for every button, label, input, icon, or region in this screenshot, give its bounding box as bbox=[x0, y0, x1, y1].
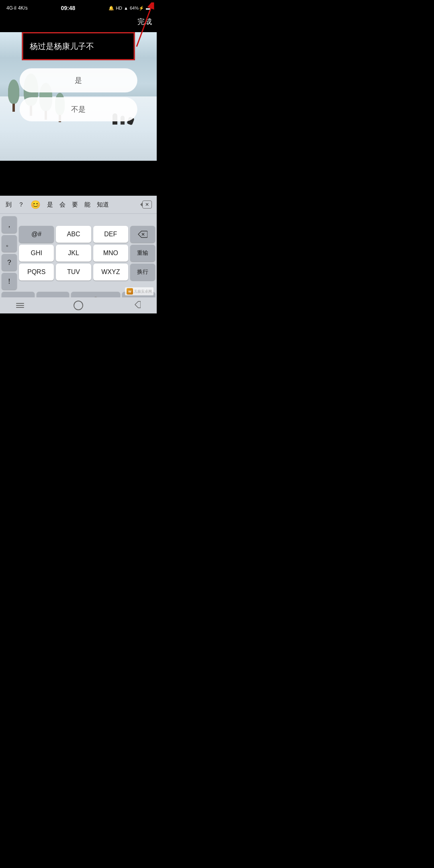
back-icon[interactable] bbox=[133, 301, 141, 310]
quiz-question: 杨过是杨康儿子不 bbox=[23, 33, 134, 59]
suggestion-delete-button[interactable]: ✕ bbox=[141, 200, 153, 209]
suggestion-neng[interactable]: 能 bbox=[83, 200, 92, 209]
keyboard-row-1: ， 。 ？ ！ @# ABC DEF GHI JKL MNO bbox=[2, 216, 155, 290]
status-time: 09:48 bbox=[61, 5, 76, 11]
grid-row-1: @# ABC DEF bbox=[19, 226, 128, 243]
keyboard-area: 到 ？ 😊 是 会 要 能 知道 ✕ ， 。 ？ ！ @# bbox=[0, 196, 157, 313]
logo-icon: W bbox=[127, 288, 133, 295]
key-def[interactable]: DEF bbox=[93, 226, 128, 243]
grid-row-2: GHI JKL MNO bbox=[19, 245, 128, 262]
main-key-grid: @# ABC DEF GHI JKL MNO PQRS TUV WXYZ bbox=[19, 226, 128, 280]
key-pqrs[interactable]: PQRS bbox=[19, 264, 54, 280]
answer-yes[interactable]: 是 bbox=[20, 68, 137, 92]
done-area: 完成 bbox=[0, 14, 157, 32]
key-newline[interactable]: 换行 bbox=[130, 264, 155, 280]
suggestion-question[interactable]: ？ bbox=[16, 200, 26, 209]
menu-icon[interactable] bbox=[16, 303, 24, 308]
suggestion-bar: 到 ？ 😊 是 会 要 能 知道 ✕ bbox=[0, 196, 157, 214]
suggestion-shi[interactable]: 是 bbox=[45, 200, 55, 209]
speed-text: 4K/s bbox=[18, 5, 28, 11]
key-comma[interactable]: ， bbox=[2, 216, 17, 233]
battery-icon: ▬ bbox=[146, 6, 150, 10]
watermark: W 无极安卓网 bbox=[125, 287, 154, 295]
signal-text: 4G·il bbox=[6, 5, 16, 11]
suggestion-emoji[interactable]: 😊 bbox=[29, 199, 42, 210]
grid-row-3: PQRS TUV WXYZ bbox=[19, 264, 128, 280]
quiz-box: 杨过是杨康儿子不 bbox=[22, 32, 135, 60]
suggestion-hui[interactable]: 会 bbox=[58, 200, 67, 209]
key-ghi[interactable]: GHI bbox=[19, 245, 54, 262]
key-question[interactable]: ？ bbox=[2, 254, 17, 271]
key-exclaim[interactable]: ！ bbox=[2, 273, 17, 290]
image-area: 杨过是杨康儿子不 是 不是 bbox=[0, 32, 157, 161]
key-reset[interactable]: 重输 bbox=[130, 245, 155, 262]
hd-label: HD bbox=[116, 6, 122, 10]
punct-column: ， 。 ？ ！ bbox=[2, 216, 17, 290]
key-mno[interactable]: MNO bbox=[93, 245, 128, 262]
status-left: 4G·il 4K/s bbox=[6, 5, 28, 11]
key-period[interactable]: 。 bbox=[2, 235, 17, 252]
snow-tree-1 bbox=[8, 80, 19, 112]
delete-icon: ✕ bbox=[142, 201, 152, 209]
done-button[interactable]: 完成 bbox=[137, 17, 152, 27]
key-jkl[interactable]: JKL bbox=[56, 245, 91, 262]
wifi-icon: ▲ bbox=[124, 6, 128, 10]
answer-buttons: 是 不是 bbox=[20, 68, 137, 121]
status-bar: 4G·il 4K/s 09:48 🔔 HD ▲ 64%⚡ ▬ bbox=[0, 0, 157, 14]
key-abc[interactable]: ABC bbox=[56, 226, 91, 243]
right-key-column: 重输 换行 bbox=[130, 226, 155, 280]
home-icon[interactable] bbox=[74, 301, 83, 310]
suggestion-dao[interactable]: 到 bbox=[4, 200, 13, 209]
home-bar bbox=[0, 297, 157, 313]
alarm-icon: 🔔 bbox=[108, 6, 114, 11]
key-at-hash[interactable]: @# bbox=[19, 226, 54, 243]
backspace-key[interactable] bbox=[130, 226, 155, 243]
key-tuv[interactable]: TUV bbox=[56, 264, 91, 280]
key-wxyz[interactable]: WXYZ bbox=[93, 264, 128, 280]
suggestion-zhidao[interactable]: 知道 bbox=[95, 200, 111, 209]
battery-text: 64%⚡ bbox=[130, 6, 144, 11]
watermark-text: 无极安卓网 bbox=[134, 289, 152, 294]
answer-no[interactable]: 不是 bbox=[20, 97, 137, 121]
status-right: 🔔 HD ▲ 64%⚡ ▬ bbox=[108, 6, 150, 11]
suggestion-yao[interactable]: 要 bbox=[70, 200, 80, 209]
watermark-logo: W 无极安卓网 bbox=[127, 288, 152, 295]
